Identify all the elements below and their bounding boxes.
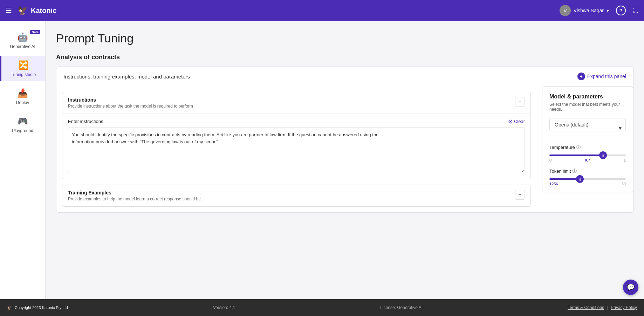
temperature-slider-track: ||| bbox=[549, 154, 626, 156]
footer-left: 🦅 Copyright 2023 Katonic Pty Ltd bbox=[7, 305, 68, 310]
model-panel-subtitle: Select the model that best meets your ne… bbox=[549, 102, 626, 112]
instructions-header: Instructions Provide instructions about … bbox=[62, 92, 530, 114]
clear-button[interactable]: ⊗ Clear bbox=[508, 118, 525, 125]
sidebar-item-tuning-studio-label: Tuning studio bbox=[11, 72, 36, 77]
beta-badge: Beta bbox=[30, 30, 40, 34]
user-name: Vishwa Sagar bbox=[574, 8, 604, 13]
chat-button[interactable]: 💬 bbox=[623, 280, 638, 295]
sidebar-item-playground[interactable]: 🎮 Playground bbox=[0, 112, 45, 137]
right-column: Model & parameters Select the model that… bbox=[542, 86, 633, 193]
model-panel-title: Model & parameters bbox=[549, 94, 626, 100]
navbar-right: V Vishwa Sagar ▾ ? ⛶ bbox=[560, 5, 638, 16]
instructions-card: Instructions Provide instructions about … bbox=[62, 92, 531, 179]
two-col-layout: Instructions Provide instructions about … bbox=[56, 86, 633, 212]
main-content: Prompt Tuning Analysis of contracts Inst… bbox=[46, 21, 644, 316]
expand-circle-icon: + bbox=[577, 73, 585, 80]
instructions-subtitle: Provide instructions about the task the … bbox=[68, 104, 193, 109]
temperature-min-label: 0 bbox=[549, 158, 551, 162]
temperature-slider-thumb[interactable]: ||| bbox=[599, 151, 607, 159]
generative-ai-icon: 🤖 bbox=[18, 32, 28, 42]
sidebar-item-tuning-studio[interactable]: 🔀 Tuning studio bbox=[0, 56, 45, 81]
footer-logo: 🦅 Copyright 2023 Katonic Pty Ltd bbox=[7, 305, 68, 310]
user-info[interactable]: V Vishwa Sagar ▾ bbox=[560, 5, 609, 16]
temperature-max-label: 1 bbox=[624, 158, 626, 162]
temperature-slider[interactable]: ||| bbox=[549, 154, 626, 156]
navbar: ☰ 🦅 Katonic V Vishwa Sagar ▾ ? ⛶ bbox=[0, 0, 644, 21]
sidebar-item-deploy[interactable]: 📥 Deploy bbox=[0, 84, 45, 109]
footer-license: License: Generative AI bbox=[380, 305, 423, 310]
hamburger-icon[interactable]: ☰ bbox=[6, 6, 12, 15]
training-collapse-button[interactable]: − bbox=[515, 190, 525, 200]
model-select[interactable]: Openai(default) GPT-4 GPT-3.5-turbo Clau… bbox=[549, 118, 626, 131]
navbar-left: ☰ 🦅 Katonic bbox=[6, 6, 56, 15]
terms-link[interactable]: Terms & Conditions bbox=[568, 305, 604, 310]
clear-icon: ⊗ bbox=[508, 118, 513, 125]
deploy-icon: 📥 bbox=[18, 88, 28, 98]
training-title: Training Examples bbox=[68, 190, 202, 195]
token-limit-section: Token limit ⓘ ||| 125 bbox=[549, 168, 626, 186]
instructions-textarea[interactable] bbox=[68, 128, 525, 173]
user-avatar: V bbox=[560, 5, 571, 16]
sidebar-item-generative-ai[interactable]: Beta 🤖 Generative AI bbox=[0, 28, 45, 53]
token-limit-max-label: 30 bbox=[622, 182, 626, 186]
temperature-help-icon[interactable]: ⓘ bbox=[576, 144, 581, 150]
logo-text: Katonic bbox=[31, 7, 56, 15]
token-limit-slider-fill bbox=[549, 178, 580, 180]
expand-panel-label: Expand this panel bbox=[587, 74, 626, 79]
footer: 🦅 Copyright 2023 Katonic Pty Ltd Version… bbox=[0, 299, 644, 316]
slider-thumb-grip: ||| bbox=[602, 154, 603, 157]
playground-icon: 🎮 bbox=[18, 116, 28, 126]
card-header: Instructions, training examples, model a… bbox=[56, 67, 633, 86]
privacy-link[interactable]: Privacy Policy bbox=[611, 305, 637, 310]
chevron-down-icon: ▾ bbox=[607, 8, 609, 13]
footer-copyright: Copyright 2023 Katonic Pty Ltd bbox=[15, 305, 68, 310]
sidebar: Beta 🤖 Generative AI 🔀 Tuning studio 📥 D… bbox=[0, 21, 46, 316]
expand-panel-button[interactable]: + Expand this panel bbox=[577, 73, 626, 80]
enter-instructions-section: Enter instructions ⊗ Clear bbox=[62, 114, 530, 179]
card-header-title: Instructions, training examples, model a… bbox=[63, 74, 190, 80]
footer-separator: | bbox=[607, 305, 608, 310]
temperature-value-label: 0.7 bbox=[585, 158, 590, 162]
clear-label: Clear bbox=[514, 119, 525, 124]
left-column: Instructions Provide instructions about … bbox=[56, 86, 536, 212]
page-title: Prompt Tuning bbox=[56, 32, 633, 45]
sidebar-item-playground-label: Playground bbox=[12, 128, 33, 133]
section-title: Analysis of contracts bbox=[56, 54, 633, 61]
model-panel: Model & parameters Select the model that… bbox=[542, 86, 633, 193]
chat-icon: 💬 bbox=[627, 283, 635, 291]
temperature-slider-labels: 0 0.7 1 bbox=[549, 158, 626, 162]
token-limit-thumb-grip: ||| bbox=[580, 178, 581, 181]
instructions-title-group: Instructions Provide instructions about … bbox=[68, 97, 193, 109]
temperature-slider-fill bbox=[549, 154, 603, 156]
training-header: Training Examples Provide examples to he… bbox=[62, 185, 530, 206]
enter-instructions-label: Enter instructions bbox=[68, 119, 103, 124]
sidebar-item-deploy-label: Deploy bbox=[16, 100, 29, 105]
temperature-label: Temperature ⓘ bbox=[549, 144, 626, 150]
token-limit-slider-track: ||| bbox=[549, 178, 626, 180]
training-subtitle: Provide examples to help the model learn… bbox=[68, 197, 202, 201]
footer-bird-icon: 🦅 bbox=[7, 305, 12, 310]
logo: 🦅 Katonic bbox=[18, 6, 56, 15]
footer-version: Version: 4.1 bbox=[213, 305, 235, 310]
model-select-wrapper[interactable]: Openai(default) GPT-4 GPT-3.5-turbo Clau… bbox=[549, 118, 626, 138]
footer-links: Terms & Conditions | Privacy Policy bbox=[568, 305, 637, 310]
tuning-studio-icon: 🔀 bbox=[18, 60, 29, 70]
training-title-group: Training Examples Provide examples to he… bbox=[68, 190, 202, 201]
sidebar-item-generative-ai-label: Generative AI bbox=[10, 44, 35, 49]
logo-bird-icon: 🦅 bbox=[18, 6, 28, 15]
token-limit-value-label: 1256 bbox=[549, 182, 558, 186]
collapse-button[interactable]: − bbox=[515, 97, 525, 107]
token-limit-slider[interactable]: ||| bbox=[549, 178, 626, 180]
enter-instructions-header: Enter instructions ⊗ Clear bbox=[68, 118, 525, 125]
token-limit-labels: 1256 30 bbox=[549, 182, 626, 186]
help-icon[interactable]: ? bbox=[616, 6, 626, 15]
fullscreen-icon[interactable]: ⛶ bbox=[633, 7, 638, 14]
token-limit-label: Token limit ⓘ bbox=[549, 168, 626, 174]
training-card: Training Examples Provide examples to he… bbox=[62, 185, 531, 207]
instructions-title: Instructions bbox=[68, 97, 193, 103]
token-limit-slider-thumb[interactable]: ||| bbox=[576, 175, 584, 183]
token-limit-help-icon[interactable]: ⓘ bbox=[572, 168, 577, 174]
main-card: Instructions, training examples, model a… bbox=[56, 67, 633, 213]
